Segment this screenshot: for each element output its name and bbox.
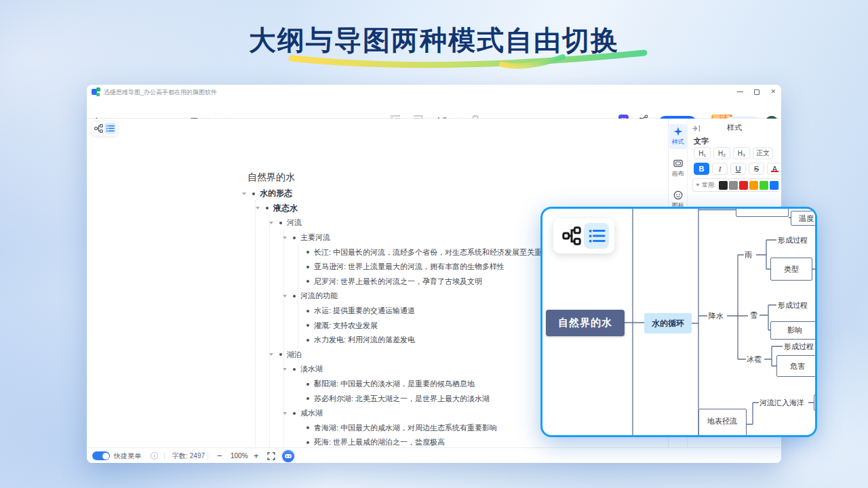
- mindmap-node[interactable]: [814, 394, 817, 411]
- bullet-icon[interactable]: [262, 207, 272, 209]
- assistant-robot-icon[interactable]: [282, 450, 294, 462]
- outline-item-text[interactable]: 咸水湖: [299, 408, 323, 418]
- outline-row[interactable]: 水力发电: 利用河流的落差发电: [294, 333, 549, 348]
- collapse-caret-icon[interactable]: [239, 192, 249, 195]
- mindmap-label[interactable]: 形成过程: [784, 342, 814, 352]
- mindmap-node[interactable]: 类型: [770, 258, 812, 281]
- mindmap-label[interactable]: 形成过程: [778, 235, 808, 245]
- bullet-icon[interactable]: [290, 368, 299, 371]
- outline-row[interactable]: 水的形态: [239, 186, 549, 201]
- outline-row[interactable]: 苏必利尔湖: 北美五大湖之一，是世界上最大的淡水湖: [294, 391, 549, 406]
- mindmap-node[interactable]: 影响: [770, 321, 817, 340]
- font-color-button[interactable]: A: [767, 163, 781, 175]
- color-swatch[interactable]: [739, 181, 748, 190]
- mindmap-node[interactable]: 温度: [791, 211, 817, 226]
- quick-menu-toggle[interactable]: [92, 451, 110, 460]
- bullet-icon[interactable]: [303, 251, 313, 253]
- outline-root-title[interactable]: 自然界的水: [248, 171, 295, 184]
- outline-item-text[interactable]: 长江: 中国最长的河流，流经多个省份，对生态系统和经济发展至关重要: [313, 247, 549, 258]
- collapse-caret-icon[interactable]: [280, 237, 290, 239]
- color-swatch[interactable]: [749, 181, 758, 190]
- bullet-icon[interactable]: [276, 222, 285, 224]
- bullet-icon[interactable]: [290, 237, 299, 239]
- mindmap-node[interactable]: 自然界的水: [546, 310, 625, 336]
- bullet-icon[interactable]: [290, 412, 299, 415]
- outline-row[interactable]: 咸水湖: [280, 406, 549, 421]
- mindmap-mode-icon[interactable]: [93, 123, 104, 134]
- bullet-icon[interactable]: [303, 339, 313, 342]
- bullet-icon[interactable]: [303, 266, 313, 268]
- outline-mode-icon[interactable]: [584, 223, 609, 249]
- bold-button[interactable]: B: [694, 163, 709, 175]
- outline-item-text[interactable]: 水运: 提供重要的交通运输通道: [313, 306, 415, 316]
- mindmap-label[interactable]: 降水: [709, 311, 724, 321]
- heading-button-3[interactable]: H₃: [733, 147, 750, 159]
- mindmap-label[interactable]: 形成过程: [778, 300, 808, 310]
- outline-item-text[interactable]: 湖泊: [285, 350, 302, 360]
- outline-row[interactable]: 长江: 中国最长的河流，流经多个省份，对生态系统和经济发展至关重要: [294, 245, 549, 260]
- outline-item-text[interactable]: 灌溉: 支持农业发展: [313, 321, 378, 331]
- italic-button[interactable]: I: [712, 163, 728, 175]
- outline-item-text[interactable]: 苏必利尔湖: 北美五大湖之一，是世界上最大的淡水湖: [313, 394, 490, 404]
- zoom-in-button[interactable]: +: [254, 451, 259, 461]
- mindmap-label[interactable]: 雨: [745, 250, 752, 260]
- info-icon[interactable]: i: [151, 452, 158, 460]
- outline-row[interactable]: 液态水: [253, 201, 549, 216]
- outline-item-text[interactable]: 水的形态: [258, 188, 292, 199]
- collapse-caret-icon[interactable]: [280, 368, 290, 371]
- bullet-icon[interactable]: [303, 397, 313, 400]
- outline-item-text[interactable]: 液态水: [272, 203, 298, 214]
- outline-row[interactable]: 淡水湖: [280, 362, 549, 377]
- mindmap-node[interactable]: [736, 207, 789, 217]
- fullscreen-button[interactable]: [267, 448, 275, 463]
- outline-item-text[interactable]: 尼罗河: 世界上最长的河流之一，孕育了古埃及文明: [313, 277, 482, 287]
- mindmap-node[interactable]: [816, 260, 817, 278]
- color-swatch[interactable]: [760, 181, 768, 190]
- bullet-icon[interactable]: [303, 280, 313, 283]
- mindmap-label[interactable]: 河流汇入海洋: [760, 398, 804, 408]
- bullet-icon[interactable]: [303, 310, 313, 312]
- outline-item-text[interactable]: 河流: [285, 218, 302, 228]
- outline-row[interactable]: 鄱阳湖: 中国最大的淡水湖，是重要的候鸟栖息地: [294, 377, 549, 392]
- outline-mode-icon[interactable]: [104, 123, 116, 134]
- outline-row[interactable]: 河流: [267, 216, 549, 230]
- collapse-caret-icon[interactable]: [280, 295, 290, 298]
- bullet-icon[interactable]: [303, 441, 313, 444]
- panel-tab-画布[interactable]: 画布: [669, 156, 687, 181]
- outline-item-text[interactable]: 亚马逊河: 世界上流量最大的河流，拥有丰富的生物多样性: [313, 262, 505, 272]
- outline-row[interactable]: 灌溉: 支持农业发展: [294, 318, 549, 333]
- color-swatch[interactable]: [729, 181, 738, 190]
- heading-button-4[interactable]: 正文: [753, 147, 773, 159]
- underline-button[interactable]: U: [730, 163, 746, 175]
- outline-row[interactable]: 青海湖: 中国最大的咸水湖，对周边生态系统有重要影响: [294, 421, 549, 436]
- outline-item-text[interactable]: 淡水湖: [299, 364, 323, 374]
- mindmap-mode-icon[interactable]: [559, 223, 584, 249]
- minimize-icon[interactable]: [737, 92, 743, 93]
- outline-row[interactable]: 主要河流: [280, 230, 549, 245]
- mindmap-label[interactable]: 地表径流: [707, 416, 737, 426]
- bullet-icon[interactable]: [303, 383, 313, 386]
- bullet-icon[interactable]: [303, 324, 313, 327]
- mindmap-label[interactable]: 雪: [750, 310, 757, 321]
- heading-button-2[interactable]: H₂: [713, 147, 730, 159]
- strikethrough-button[interactable]: S: [749, 163, 764, 175]
- bullet-icon[interactable]: [276, 353, 285, 356]
- close-icon[interactable]: ✕: [770, 89, 776, 95]
- outline-row[interactable]: 湖泊: [267, 348, 549, 363]
- color-swatch[interactable]: [719, 181, 728, 190]
- zoom-out-button[interactable]: −: [217, 451, 222, 461]
- outline-row[interactable]: 河流的功能: [280, 289, 549, 304]
- mindmap-node[interactable]: 危害: [776, 355, 817, 377]
- outline-item-text[interactable]: 死海: 世界上最咸的湖泊之一，盐度极高: [313, 437, 445, 447]
- outline-row[interactable]: 水运: 提供重要的交通运输通道: [294, 304, 549, 319]
- bullet-icon[interactable]: [290, 295, 299, 298]
- outline-row[interactable]: 尼罗河: 世界上最长的河流之一，孕育了古埃及文明: [294, 274, 549, 289]
- mindmap-label[interactable]: 冰雹: [747, 354, 762, 365]
- maximize-icon[interactable]: [754, 89, 760, 95]
- outline-item-text[interactable]: 水力发电: 利用河流的落差发电: [313, 335, 415, 345]
- heading-button-1[interactable]: H₁: [694, 147, 711, 159]
- outline-item-text[interactable]: 鄱阳湖: 中国最大的淡水湖，是重要的候鸟栖息地: [313, 379, 475, 389]
- panel-tab-样式[interactable]: 样式: [669, 124, 687, 149]
- chevron-down-icon[interactable]: [696, 184, 700, 186]
- outline-item-text[interactable]: 河流的功能: [299, 291, 338, 301]
